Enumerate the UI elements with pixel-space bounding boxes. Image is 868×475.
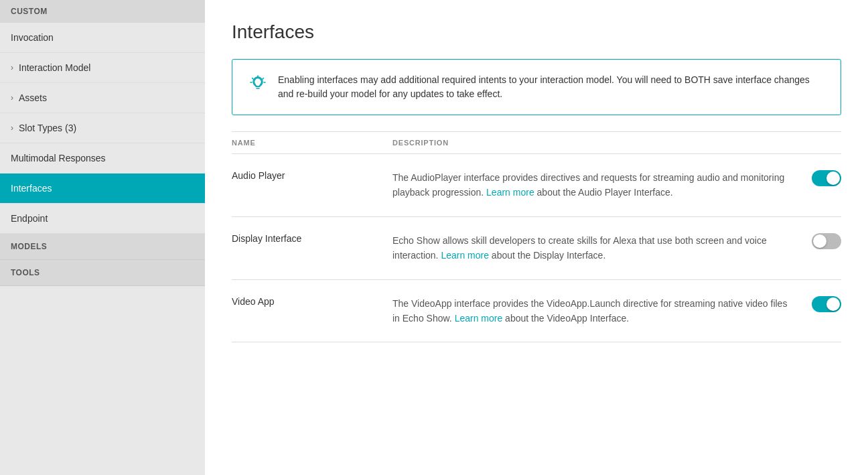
lightbulb-icon: [248, 74, 267, 97]
sidebar-item-multimodal[interactable]: Multimodal Responses: [0, 143, 205, 174]
learn-more-link[interactable]: Learn more: [486, 187, 534, 198]
sidebar-item-endpoint[interactable]: Endpoint: [0, 204, 205, 234]
toggle-cell: [788, 279, 841, 342]
table-row: Audio PlayerThe AudioPlayer interface pr…: [232, 154, 841, 217]
table-row: Display InterfaceEcho Show allows skill …: [232, 216, 841, 279]
table-row: Video AppThe VideoApp interface provides…: [232, 279, 841, 342]
sidebar-item-label: Interaction Model: [19, 62, 90, 73]
learn-more-link[interactable]: Learn more: [455, 313, 503, 324]
sidebar-item-slot-types[interactable]: › Slot Types (3): [0, 113, 205, 143]
main-content: Interfaces Enabling interfaces may add a…: [205, 0, 868, 475]
sidebar-item-assets[interactable]: › Assets: [0, 83, 205, 113]
sidebar-section-custom: CUSTOM: [0, 0, 205, 23]
chevron-right-icon: ›: [11, 123, 13, 133]
info-box: Enabling interfaces may add additional r…: [232, 59, 841, 115]
sidebar-item-interfaces[interactable]: Interfaces: [0, 174, 205, 204]
sidebar-item-interaction-model[interactable]: › Interaction Model: [0, 53, 205, 83]
table-header: NAME DESCRIPTION: [232, 132, 841, 154]
interface-description: The AudioPlayer interface provides direc…: [392, 154, 788, 217]
interface-name: Display Interface: [232, 216, 392, 279]
sidebar-item-label: Interfaces: [11, 183, 52, 194]
sidebar-item-label: Assets: [19, 92, 47, 103]
info-box-text: Enabling interfaces may add additional r…: [278, 73, 824, 101]
interface-description: Echo Show allows skill developers to cre…: [392, 216, 788, 279]
interface-name: Audio Player: [232, 154, 392, 217]
toggle-cell: [788, 216, 841, 279]
toggle-cell: [788, 154, 841, 217]
sidebar-item-invocation[interactable]: Invocation: [0, 23, 205, 53]
sidebar-section-models: MODELS: [0, 234, 205, 260]
sidebar-item-label: Slot Types (3): [19, 123, 76, 133]
sidebar-item-label: Endpoint: [11, 213, 48, 224]
chevron-right-icon: ›: [11, 63, 13, 72]
learn-more-link[interactable]: Learn more: [441, 250, 489, 261]
interface-toggle-0[interactable]: [812, 170, 841, 186]
interface-name: Video App: [232, 279, 392, 342]
sidebar: CUSTOM Invocation › Interaction Model › …: [0, 0, 205, 475]
interface-toggle-1[interactable]: [812, 233, 841, 249]
col-name-header: NAME: [232, 132, 392, 154]
interface-toggle-2[interactable]: [812, 296, 841, 312]
interface-description: The VideoApp interface provides the Vide…: [392, 279, 788, 342]
sidebar-item-label: Invocation: [11, 32, 54, 43]
sidebar-section-tools: TOOLS: [0, 260, 205, 286]
col-toggle-header: [788, 132, 841, 154]
col-desc-header: DESCRIPTION: [392, 132, 788, 154]
chevron-down-icon: ›: [11, 93, 13, 103]
interfaces-table: NAME DESCRIPTION Audio PlayerThe AudioPl…: [232, 131, 841, 342]
sidebar-item-label: Multimodal Responses: [11, 153, 106, 163]
page-title: Interfaces: [232, 21, 841, 43]
